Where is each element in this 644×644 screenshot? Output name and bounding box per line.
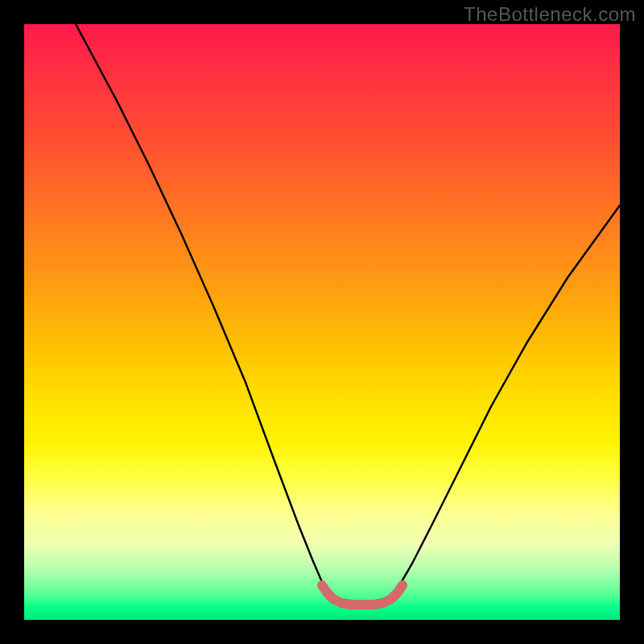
plot-area [24,24,620,620]
curve-layer [24,24,620,620]
optimal-range-marker [322,585,402,605]
watermark-text: TheBottleneck.com [464,3,636,26]
chart-frame: TheBottleneck.com [0,0,644,644]
bottleneck-curve [76,24,620,604]
